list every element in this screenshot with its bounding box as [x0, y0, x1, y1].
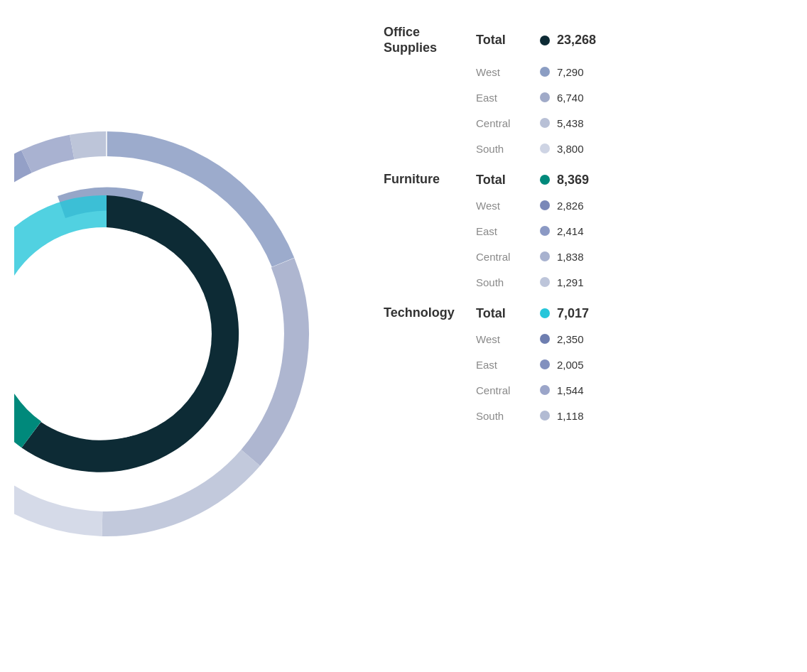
legend-row-technology-central: Central 1,544 [384, 377, 600, 403]
legend-row-furniture-total: Furniture Total 8,369 [384, 167, 600, 193]
legend-row-technology-east: East 2,005 [384, 352, 600, 377]
legend-region-furniture-west: West [476, 200, 540, 212]
legend-group-furniture: Furniture Total 8,369 West 2,826 East 2,… [384, 167, 600, 295]
legend-category-technology: Technology [384, 305, 476, 321]
legend-region-furniture-central: Central [476, 251, 540, 263]
legend-row-furniture-west: West 2,826 [384, 193, 600, 218]
legend-group-office-supplies: Office Supplies Total 23,268 West 7,290 … [384, 21, 600, 161]
legend-total-label-technology: Total [476, 306, 540, 321]
legend-dot-os-south [540, 143, 550, 153]
legend-region-os-east: East [476, 92, 540, 104]
legend-dot-os-east [540, 92, 550, 102]
legend-row-office-supplies-total: Office Supplies Total 23,268 [384, 21, 600, 59]
legend-value-furniture-total: 8,369 [557, 173, 589, 188]
legend-row-os-east: East 6,740 [384, 85, 600, 110]
legend-row-furniture-central: Central 1,838 [384, 244, 600, 269]
legend-group-technology: Technology Total 7,017 West 2,350 East 2… [384, 300, 600, 428]
donut-chart [14, 14, 355, 654]
legend-row-technology-total: Technology Total 7,017 [384, 300, 600, 326]
legend-total-label-os: Total [476, 33, 540, 48]
legend-container: Office Supplies Total 23,268 West 7,290 … [355, 14, 600, 434]
legend-dot-os-total [540, 36, 550, 45]
legend-row-furniture-east: East 2,414 [384, 218, 600, 244]
legend-dot-technology-south [540, 411, 550, 421]
legend-region-technology-east: East [476, 359, 540, 371]
legend-row-technology-south: South 1,118 [384, 403, 600, 428]
legend-region-os-central: Central [476, 117, 540, 129]
legend-value-os-central: 5,438 [557, 117, 600, 129]
legend-category-office-supplies: Office Supplies [384, 25, 476, 55]
legend-value-os-south: 3,800 [557, 143, 600, 155]
chart-container: Office Supplies Total 23,268 West 7,290 … [14, 14, 793, 654]
legend-value-technology-total: 7,017 [557, 306, 589, 321]
legend-dot-technology-east [540, 359, 550, 369]
legend-total-label-furniture: Total [476, 173, 540, 188]
legend-dot-furniture-total [540, 175, 550, 185]
legend-row-furniture-south: South 1,291 [384, 269, 600, 295]
legend-dot-furniture-east [540, 226, 550, 236]
legend-row-os-south: South 3,800 [384, 136, 600, 161]
legend-value-technology-east: 2,005 [557, 359, 600, 371]
legend-row-technology-west: West 2,350 [384, 326, 600, 352]
legend-dot-furniture-central [540, 251, 550, 261]
legend-dot-furniture-south [540, 277, 550, 287]
legend-value-furniture-south: 1,291 [557, 276, 600, 288]
legend-dot-technology-total [540, 308, 550, 318]
legend-value-technology-central: 1,544 [557, 384, 600, 396]
legend-dot-os-west [540, 67, 550, 77]
legend-value-os-west: 7,290 [557, 66, 600, 78]
legend-dot-furniture-west [540, 200, 550, 210]
legend-value-furniture-west: 2,826 [557, 200, 600, 212]
legend-row-os-central: Central 5,438 [384, 110, 600, 136]
legend-value-technology-south: 1,118 [557, 410, 600, 422]
legend-region-technology-central: Central [476, 384, 540, 396]
legend-region-furniture-east: East [476, 225, 540, 237]
legend-dot-technology-west [540, 334, 550, 344]
legend-value-furniture-central: 1,838 [557, 251, 600, 263]
legend-value-furniture-east: 2,414 [557, 225, 600, 237]
legend-value-os-east: 6,740 [557, 92, 600, 104]
legend-value-os-total: 23,268 [557, 33, 596, 48]
legend-dot-technology-central [540, 385, 550, 395]
legend-region-technology-west: West [476, 333, 540, 345]
legend-region-technology-south: South [476, 410, 540, 422]
legend-region-os-south: South [476, 143, 540, 155]
legend-region-furniture-south: South [476, 276, 540, 288]
legend-dot-os-central [540, 118, 550, 128]
legend-region-os-west: West [476, 66, 540, 78]
legend-value-technology-west: 2,350 [557, 333, 600, 345]
legend-row-os-west: West 7,290 [384, 59, 600, 85]
legend-category-furniture: Furniture [384, 172, 476, 188]
